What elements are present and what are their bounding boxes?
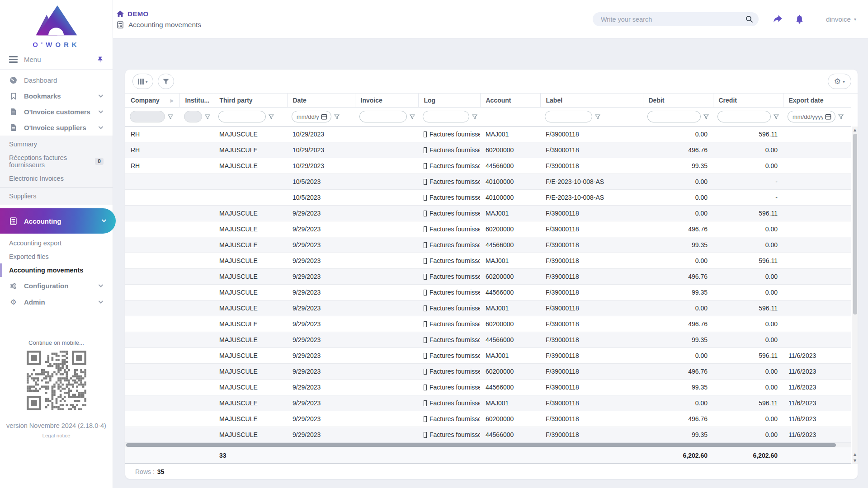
- table-row[interactable]: MAJUSCULE9/29/2023Factures fournisseurs4…: [125, 427, 851, 442]
- filter-input-credit[interactable]: [717, 111, 771, 122]
- scroll-up-icon[interactable]: ▲: [852, 127, 858, 133]
- breadcrumb-app[interactable]: DEMO: [127, 10, 149, 18]
- table-row[interactable]: MAJUSCULE9/29/2023Factures fournisseurs4…: [125, 284, 851, 300]
- table-row[interactable]: RHMAJUSCULE10/29/2023Factures fournisseu…: [125, 158, 851, 174]
- table-row[interactable]: 10/5/2023Factures fournisseurs40100000F/…: [125, 189, 851, 205]
- log-glyph-icon: [424, 242, 427, 248]
- submenu-item-accounting-movements[interactable]: Accounting movements: [0, 263, 113, 277]
- table-row[interactable]: MAJUSCULE9/29/2023Factures fournisseurs4…: [125, 332, 851, 347]
- submenu-item-receptions[interactable]: Réceptions factures fournisseurs 0: [0, 151, 113, 172]
- cell-account: MAJ001: [480, 126, 540, 142]
- submenu-item-summary[interactable]: Summary: [0, 137, 113, 151]
- sidebar-footer: Continue on mobile... version Novembre 2…: [0, 339, 113, 438]
- vertical-scrollbar[interactable]: ▲ ▲ ▼: [852, 127, 858, 464]
- filter-button[interactable]: [158, 74, 174, 89]
- cell-export_date: [783, 205, 851, 221]
- cell-log: Factures fournisseurs: [418, 316, 480, 332]
- sidebar-item-accounting[interactable]: Accounting: [0, 208, 116, 234]
- submenu-item-electronic-invoices[interactable]: Electronic Invoices: [0, 172, 113, 185]
- submenu-item-accounting-export[interactable]: Accounting export: [0, 236, 113, 250]
- column-header-account[interactable]: Account: [480, 94, 540, 107]
- table-row[interactable]: RHMAJUSCULE10/29/2023Factures fournisseu…: [125, 142, 851, 158]
- sidebar-item-dashboard[interactable]: Dashboard: [0, 72, 113, 88]
- cell-log: Factures fournisseurs: [418, 347, 480, 363]
- cell-label: F/39000118: [540, 395, 643, 411]
- user-menu[interactable]: dinvoice ▾: [826, 15, 856, 23]
- table-row[interactable]: MAJUSCULE9/29/2023Factures fournisseurs6…: [125, 411, 851, 427]
- horizontal-scroll-thumb[interactable]: [126, 443, 836, 447]
- horizontal-scrollbar[interactable]: [125, 443, 851, 447]
- table-row[interactable]: MAJUSCULE9/29/2023Factures fournisseurs6…: [125, 363, 851, 379]
- pin-icon[interactable]: [97, 56, 104, 63]
- column-header-invoice[interactable]: Invoice: [355, 94, 418, 107]
- column-header-company[interactable]: Company▶: [125, 94, 179, 107]
- table-row[interactable]: MAJUSCULE9/29/2023Factures fournisseursM…: [125, 205, 851, 221]
- funnel-icon[interactable]: [774, 114, 779, 119]
- cell-label: F/39000118: [540, 347, 643, 363]
- share-icon[interactable]: [772, 14, 783, 24]
- filter-date-input-date[interactable]: [292, 111, 331, 122]
- filter-input-debit[interactable]: [647, 111, 701, 122]
- search-icon[interactable]: [745, 15, 753, 23]
- cell-credit: 0.00: [713, 142, 783, 158]
- filter-input-label[interactable]: [545, 111, 592, 122]
- funnel-icon[interactable]: [168, 114, 173, 119]
- funnel-icon[interactable]: [410, 114, 415, 119]
- column-header-credit[interactable]: Credit: [713, 94, 783, 107]
- sidebar-item-oinvoice-suppliers[interactable]: O'Invoice suppliers: [0, 120, 113, 136]
- table-row[interactable]: MAJUSCULE9/29/2023Factures fournisseurs4…: [125, 237, 851, 253]
- filter-date-input-export_date[interactable]: [788, 111, 835, 122]
- sidebar-item-oinvoice-customers[interactable]: O'Invoice customers: [0, 104, 113, 120]
- columns-button[interactable]: ▾: [132, 74, 153, 89]
- cell-export_date: [783, 284, 851, 300]
- grid-settings-button[interactable]: ⚙ ▾: [828, 74, 851, 89]
- submenu-item-suppliers[interactable]: Suppliers: [0, 189, 113, 203]
- column-header-log[interactable]: Log: [418, 94, 480, 107]
- legal-notice-link[interactable]: Legal notice: [0, 433, 113, 438]
- table-row[interactable]: MAJUSCULE9/29/2023Factures fournisseurs4…: [125, 379, 851, 395]
- filter-input-third_party[interactable]: [218, 111, 266, 122]
- column-header-export_date[interactable]: Export date: [783, 94, 851, 107]
- cell-third_party: MAJUSCULE: [214, 363, 287, 379]
- funnel-icon[interactable]: [703, 114, 709, 119]
- vertical-scroll-thumb[interactable]: [853, 134, 857, 314]
- funnel-icon[interactable]: [269, 114, 274, 119]
- table-row[interactable]: MAJUSCULE9/29/2023Factures fournisseurs6…: [125, 221, 851, 237]
- sidebar-item-admin[interactable]: ⚙ Admin: [0, 294, 113, 310]
- table-row[interactable]: MAJUSCULE9/29/2023Factures fournisseurs6…: [125, 268, 851, 284]
- table-row[interactable]: 10/5/2023Factures fournisseurs40100000F/…: [125, 174, 851, 189]
- scroll-up-icon[interactable]: ▲: [852, 451, 858, 457]
- table-row[interactable]: MAJUSCULE9/29/2023Factures fournisseursM…: [125, 253, 851, 268]
- filter-input-invoice[interactable]: [359, 111, 407, 122]
- funnel-icon[interactable]: [334, 114, 340, 119]
- cell-debit: 99.35: [643, 332, 713, 347]
- column-header-third_party[interactable]: Third party: [214, 94, 287, 107]
- column-header-date[interactable]: Date: [287, 94, 355, 107]
- funnel-icon[interactable]: [205, 114, 210, 119]
- cell-log: Factures fournisseurs: [418, 126, 480, 142]
- table-row[interactable]: MAJUSCULE9/29/2023Factures fournisseursM…: [125, 395, 851, 411]
- funnel-icon[interactable]: [472, 114, 477, 119]
- home-icon[interactable]: [117, 10, 124, 17]
- funnel-icon[interactable]: [838, 114, 844, 119]
- bell-icon[interactable]: [795, 14, 804, 24]
- submenu-item-exported-files[interactable]: Exported files: [0, 250, 113, 263]
- sidebar-item-bookmarks[interactable]: Bookmarks: [0, 88, 113, 104]
- table-row[interactable]: RHMAJUSCULE10/29/2023Factures fournisseu…: [125, 126, 851, 142]
- column-header-label[interactable]: Label: [540, 94, 643, 107]
- funnel-icon[interactable]: [595, 114, 600, 119]
- column-header-debit[interactable]: Debit: [643, 94, 713, 107]
- chevron-down-icon: [98, 284, 104, 288]
- table-row[interactable]: MAJUSCULE9/29/2023Factures fournisseursM…: [125, 300, 851, 316]
- cell-log: Factures fournisseurs: [418, 142, 480, 158]
- sidebar-item-configuration[interactable]: Configuration: [0, 278, 113, 294]
- column-header-institution[interactable]: Institu...: [179, 94, 214, 107]
- search-input[interactable]: [601, 16, 745, 23]
- brand-logo[interactable]: O'WORK: [0, 0, 113, 49]
- filter-input-log[interactable]: [423, 111, 469, 122]
- table-row[interactable]: MAJUSCULE9/29/2023Factures fournisseurs6…: [125, 316, 851, 332]
- hamburger-icon[interactable]: [9, 56, 18, 62]
- table-row[interactable]: MAJUSCULE9/29/2023Factures fournisseursM…: [125, 347, 851, 363]
- summary-label: [540, 447, 643, 464]
- scroll-down-icon[interactable]: ▼: [852, 457, 858, 464]
